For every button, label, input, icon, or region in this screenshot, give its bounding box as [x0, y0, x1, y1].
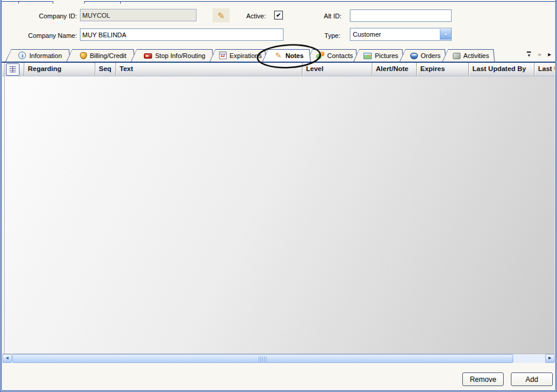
column-header-text[interactable]: Text: [116, 63, 302, 76]
orders-drum-icon: [410, 53, 418, 59]
tab-stop-info-routing[interactable]: Stop Info/Routing: [131, 49, 214, 62]
tab-label: Expirations: [230, 52, 262, 59]
tab-contacts[interactable]: Contacts: [307, 49, 358, 62]
company-name-input[interactable]: [80, 28, 284, 41]
company-name-label: Company Name:: [17, 31, 77, 40]
field-chooser-button[interactable]: [6, 63, 20, 76]
grid-indicator-cell: [2, 63, 24, 76]
tabstrip-underline: [2, 62, 555, 63]
column-header-last-updated[interactable]: Last U: [535, 63, 555, 76]
active-label: Active:: [246, 12, 273, 20]
tab-label: Notes: [285, 52, 304, 59]
edit-company-button[interactable]: ✎: [213, 8, 230, 23]
remove-button[interactable]: Remove: [462, 372, 504, 386]
tab-label: Information: [29, 52, 62, 59]
check-icon: ✔: [276, 12, 281, 18]
company-profile-window: Company ID: ✎ Active: ✔ Alt ID: Company …: [0, 0, 557, 392]
company-id-label: Company ID:: [24, 12, 77, 20]
activities-icon: [453, 53, 461, 59]
column-header-alert-note[interactable]: Alert/Note: [372, 63, 417, 76]
scroll-right-button[interactable]: ►: [545, 354, 555, 363]
contacts-people-icon: [316, 52, 324, 59]
tab-strip-controls: ▼ ◄ ►: [527, 52, 552, 57]
truck-icon: [144, 53, 152, 59]
tab-strip: iInformation Billing/Credit Stop Info/Ro…: [5, 49, 495, 62]
horizontal-scrollbar[interactable]: ◄ ►: [2, 354, 555, 363]
notes-pencil-icon: ✎: [274, 52, 282, 59]
tab-expirations[interactable]: 12Expirations: [210, 49, 266, 62]
column-header-seq[interactable]: Seq: [95, 63, 116, 76]
type-value: Customer: [350, 31, 440, 38]
chevron-down-icon: ▼: [444, 33, 448, 36]
type-label: Type:: [314, 31, 340, 40]
calendar-icon: 12: [219, 52, 227, 59]
type-dropdown-button[interactable]: ▼: [440, 29, 451, 40]
money-bag-icon: [80, 52, 87, 59]
tab-billing-credit[interactable]: Billing/Credit: [66, 49, 135, 62]
field-chooser-icon: [9, 66, 16, 73]
notes-grid-body: [2, 76, 555, 354]
tab-notes[interactable]: ✎Notes: [262, 49, 311, 62]
tab-label: Activities: [463, 52, 489, 59]
column-header-last-updated-by[interactable]: Last Updated By: [469, 63, 535, 76]
prev-tab-icon[interactable]: ◄: [536, 52, 542, 57]
scrollbar-thumb[interactable]: [12, 354, 513, 363]
next-tab-icon[interactable]: ►: [547, 52, 552, 57]
scroll-left-icon: ◄: [5, 355, 9, 361]
tab-label: Contacts: [327, 52, 353, 59]
alt-id-label: Alt ID:: [314, 12, 342, 20]
company-id-input[interactable]: [80, 9, 197, 21]
alt-id-input[interactable]: [350, 9, 452, 22]
tab-label: Stop Info/Routing: [155, 52, 205, 59]
type-select[interactable]: Customer ▼: [350, 28, 452, 41]
tab-pictures[interactable]: Pictures: [353, 49, 404, 62]
add-button[interactable]: Add: [511, 372, 553, 386]
tab-orders[interactable]: Orders: [400, 49, 446, 62]
tab-information[interactable]: iInformation: [5, 49, 70, 62]
information-icon: i: [18, 52, 26, 59]
tab-list-icon[interactable]: ▼: [527, 52, 531, 57]
pencil-icon: ✎: [217, 11, 225, 21]
tab-label: Billing/Credit: [90, 52, 127, 59]
tab-label: Orders: [421, 52, 441, 59]
column-header-regarding[interactable]: Regarding: [24, 63, 95, 76]
scroll-left-button[interactable]: ◄: [2, 354, 12, 363]
picture-icon: [363, 53, 372, 59]
grid-left-edge-highlight: [5, 63, 5, 354]
scroll-right-icon: ►: [548, 355, 552, 361]
column-header-level[interactable]: Level: [302, 63, 372, 76]
column-header-expires[interactable]: Expires: [417, 63, 469, 76]
tab-activities[interactable]: Activities: [442, 49, 495, 62]
grid-header: Regarding Seq Text Level Alert/Note Expi…: [2, 63, 555, 76]
tab-label: Pictures: [375, 52, 398, 59]
active-checkbox[interactable]: ✔: [274, 11, 283, 20]
